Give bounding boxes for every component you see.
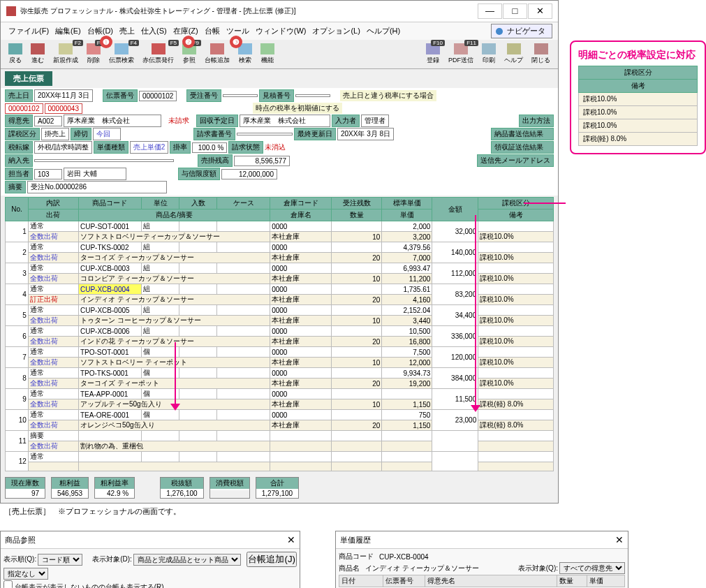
ref-show-hidden-check[interactable]: 台帳表示が表示しないものの台帳も表示する(R) <box>3 580 164 588</box>
hist-col-qty: 数量 <box>557 575 587 587</box>
tax-mini-row: 課税10.0% <box>579 119 698 133</box>
hist-code-l: 商品コード <box>339 552 374 561</box>
grid-row[interactable]: 5通常CUP-XCB-0005組00002,152.0434,400 <box>6 305 554 316</box>
ref-add-button[interactable]: 台帳追加(J) <box>247 552 297 567</box>
toolbar-機能[interactable]: 機能 <box>257 42 278 66</box>
maximize-button[interactable]: □ <box>503 3 527 19</box>
hist-close-icon[interactable]: ✕ <box>615 534 624 545</box>
label-estno: 見積番号 <box>259 89 294 102</box>
menu-item[interactable]: 在庫(Z) <box>171 25 200 37</box>
col-qty: 入数 <box>179 198 217 210</box>
menubar: ファイル(F)編集(E)台帳(D)売上仕入(S)在庫(Z)台帳ツールウィンドウ(… <box>1 22 558 40</box>
tool-icon <box>482 43 496 54</box>
label-out-a: 納品書送信結果 <box>491 128 554 140</box>
grid-row[interactable]: 4通常CUP-XCB-0004組00001,735.6183,200 <box>6 284 554 295</box>
grid-row[interactable]: 1通常CUP-SOT-0001組00002,00032,000 <box>6 221 554 232</box>
tool-icon <box>8 43 22 54</box>
field-orderno[interactable] <box>223 94 258 97</box>
minimize-button[interactable]: — <box>478 3 502 19</box>
field-estno[interactable] <box>295 94 330 97</box>
grid-row[interactable]: 7通常TPO-SOT-0001個00007,500120,000 <box>6 347 554 358</box>
tool-icon <box>152 43 166 54</box>
label-nonyu: 納入先 <box>5 154 33 167</box>
label-limit: 与信限度額 <box>178 168 220 180</box>
field-remain: 8,596,577 <box>234 156 290 166</box>
toolbar-赤伝票発行[interactable]: F5赤伝票発行 <box>139 42 177 66</box>
toolbar-進む[interactable]: 進む <box>27 42 48 66</box>
field-shime: 今回 <box>93 128 121 140</box>
sum-tax-l: 消費税額 <box>210 478 249 489</box>
ref-close-icon[interactable]: ✕ <box>287 534 295 545</box>
hist-target-l: 表示対象(Q): <box>518 564 558 573</box>
field-date[interactable]: 20XX年11月 3日 <box>34 89 93 102</box>
field-taxmethod[interactable]: 外税/請求時調整 <box>34 141 92 154</box>
menu-item[interactable]: ファイル(F) <box>6 25 51 37</box>
sum-net: 1,276,100 <box>161 489 203 498</box>
hist-list[interactable]: 日付 伝票番号 得意先名 数量 単価 20XX/8/600000103店頭販売3… <box>339 575 625 588</box>
field-cust-code[interactable]: A002 <box>34 116 62 126</box>
label-date: 売上日 <box>5 89 33 102</box>
label-lastupd: 最終更新日 <box>294 128 336 140</box>
toolbar-登録[interactable]: F10登録 <box>422 42 443 66</box>
menu-item[interactable]: ウィンドウ(W) <box>253 25 309 37</box>
detail-grid[interactable]: No. 内訳 商品コード 単位 入数 ケース 倉庫コード 受注残数 標準単価 金… <box>5 197 554 471</box>
grid-row[interactable]: 2通常CUP-TKS-0002組00004,379.56140,000 <box>6 242 554 253</box>
grid-row[interactable]: 11摘要 <box>6 431 554 441</box>
product-ref-dialog: 商品参照 ✕ 表示順(Q): コード順 表示対象(D): 商品と完成品品とセット… <box>0 531 300 588</box>
field-tanto-cd[interactable]: 103 <box>34 169 62 179</box>
label-shime: 締切 <box>71 128 91 140</box>
field-taxtype-kbn[interactable]: 掛売上 <box>41 128 69 140</box>
menu-item[interactable]: オプション(L) <box>310 25 362 37</box>
grid-row[interactable]: 6通常CUP-XCB-0006組000010,500336,000 <box>6 326 554 337</box>
hist-title: 単価履歴 <box>340 535 371 545</box>
close-button[interactable]: ✕ <box>528 3 552 19</box>
status-unbilled: 未請求 <box>163 116 195 126</box>
ref-target-select[interactable]: 商品と完成品品とセット商品 <box>133 554 241 566</box>
col-recvqty: 受注残数 <box>332 198 382 210</box>
toolbar-戻る[interactable]: 戻る <box>5 42 26 66</box>
menu-item[interactable]: 台帳 <box>203 25 222 37</box>
field-tanto-nm: 岩田 大輔 <box>64 168 126 180</box>
hist-code: CUP-XCB-0004 <box>379 553 429 561</box>
menu-item[interactable]: 編集(E) <box>53 25 83 37</box>
label-orderno: 受注番号 <box>186 89 221 102</box>
ref-order-label: 表示順(Q): <box>3 554 36 564</box>
sheet-tab: 売上伝票 <box>5 71 52 86</box>
toolbar-印刷[interactable]: 印刷 <box>478 42 499 66</box>
menu-item[interactable]: 売上 <box>117 25 137 37</box>
label-unitkind: 単価種類 <box>94 141 128 154</box>
col-ship: 出荷 <box>28 210 78 221</box>
tax-mini-h2: 備考 <box>579 80 698 93</box>
menu-item[interactable]: 仕入(S) <box>139 25 169 37</box>
app-icon <box>6 6 16 16</box>
grid-row[interactable]: 9通常TEA-APP-0001個000011,500 <box>6 389 554 399</box>
label-out-b: 領収証送信結果 <box>491 141 554 154</box>
label-output: 出力方法 <box>519 115 554 127</box>
ref-target-label: 表示対象(D): <box>92 554 132 564</box>
ref-filter-select[interactable]: 指定なし <box>3 568 48 580</box>
menu-item[interactable]: 台帳(D) <box>85 25 115 37</box>
label-seikyu: 請求状態 <box>228 141 263 154</box>
ref-order-select[interactable]: コード順 <box>38 554 82 566</box>
toolbar-台帳追加[interactable]: 台帳追加 <box>201 42 233 66</box>
toolbar-新規作成[interactable]: F2新規作成 <box>50 42 82 66</box>
tax-note-a: 売上日と違う税率にする場合 <box>340 90 436 101</box>
sum-net-l: 税抜額 <box>161 478 203 489</box>
grid-row[interactable]: 8通常TPO-TKS-0001個00009,934.73384,000 <box>6 368 554 378</box>
grid-row[interactable]: 3通常CUP-XCB-0003組00006,993.47112,000 <box>6 263 554 274</box>
field-bill-name: 厚木産業 株式会社 <box>240 115 330 127</box>
field-slipno[interactable]: 00000102 <box>139 91 177 101</box>
toolbar-PDF送信[interactable]: F11PDF送信 <box>445 42 477 66</box>
hist-col-cust: 得意先名 <box>425 575 557 587</box>
menu-item[interactable]: ヘルプ(H) <box>365 25 402 37</box>
toolbar-閉じる[interactable]: 閉じる <box>528 42 554 66</box>
field-memo[interactable]: 受注No.00000286 <box>27 181 167 193</box>
field-nonyu[interactable] <box>34 159 174 162</box>
tax-mini-row: 課税10.0% <box>579 93 698 106</box>
label-taxtype-kbn: 課税区分 <box>5 128 40 140</box>
hist-target-select[interactable]: すべての得意先 <box>559 562 625 574</box>
col-code: 商品コード <box>78 198 141 210</box>
navigator-button[interactable]: ナビゲータ <box>491 24 552 38</box>
grid-row[interactable]: 12通常 <box>6 452 554 462</box>
toolbar-ヘルプ[interactable]: ヘルプ <box>501 42 527 66</box>
